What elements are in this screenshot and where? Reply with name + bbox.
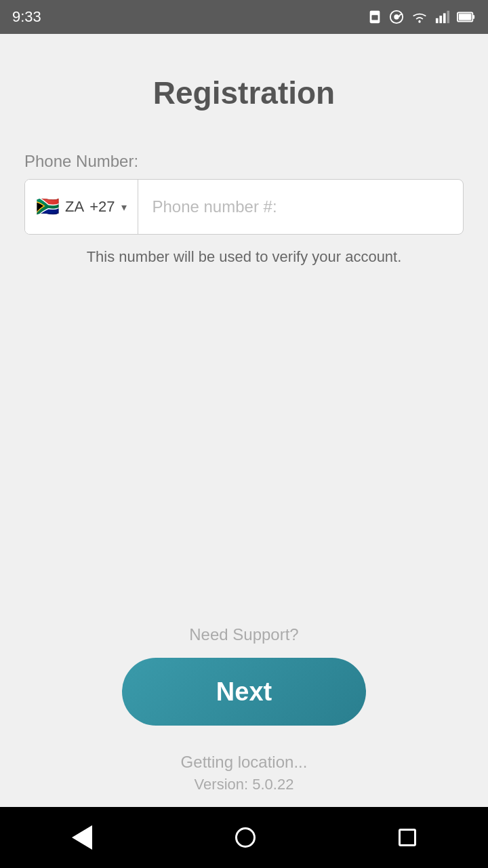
- phone-number-label: Phone Number:: [24, 152, 138, 171]
- svg-rect-10: [472, 15, 474, 19]
- country-selector[interactable]: 🇿🇦 ZA +27 ▾: [25, 180, 138, 234]
- battery-icon: [457, 9, 476, 24]
- back-button[interactable]: [72, 825, 92, 850]
- getting-location-text: Getting location...: [181, 753, 308, 772]
- chevron-down-icon: ▾: [121, 201, 127, 214]
- phone-number-input[interactable]: [138, 180, 463, 234]
- main-content: Registration Phone Number: 🇿🇦 ZA +27 ▾ T…: [0, 34, 488, 807]
- nav-bar: [0, 807, 488, 868]
- version-text: Version: 5.0.22: [195, 776, 294, 793]
- svg-rect-11: [459, 14, 472, 20]
- at-icon: [389, 9, 404, 24]
- verification-note: This number will be used to verify your …: [87, 248, 402, 266]
- status-bar: 9:33: [0, 0, 488, 34]
- svg-point-4: [418, 20, 420, 22]
- page-title: Registration: [153, 75, 335, 111]
- svg-rect-8: [447, 11, 449, 23]
- svg-rect-7: [443, 14, 446, 24]
- country-dial-code: +27: [89, 198, 115, 216]
- need-support-link[interactable]: Need Support?: [189, 625, 298, 644]
- recents-button[interactable]: [399, 829, 416, 846]
- signal-icon: [435, 9, 450, 24]
- wifi-icon: [411, 9, 428, 24]
- phone-input-row: 🇿🇦 ZA +27 ▾: [24, 179, 464, 235]
- home-button[interactable]: [235, 827, 256, 848]
- country-iso: ZA: [65, 198, 84, 216]
- next-button[interactable]: Next: [122, 658, 366, 726]
- svg-rect-1: [371, 15, 378, 20]
- back-icon: [72, 825, 92, 850]
- status-icons: [367, 9, 476, 24]
- svg-rect-6: [439, 16, 442, 23]
- recents-icon: [399, 829, 416, 846]
- bottom-section: Getting location... Version: 5.0.22: [24, 753, 464, 807]
- home-icon: [235, 827, 256, 848]
- svg-point-3: [394, 14, 399, 19]
- sim-icon: [367, 9, 382, 24]
- svg-rect-5: [436, 18, 439, 23]
- status-time: 9:33: [12, 8, 41, 26]
- country-flag: 🇿🇦: [36, 197, 60, 216]
